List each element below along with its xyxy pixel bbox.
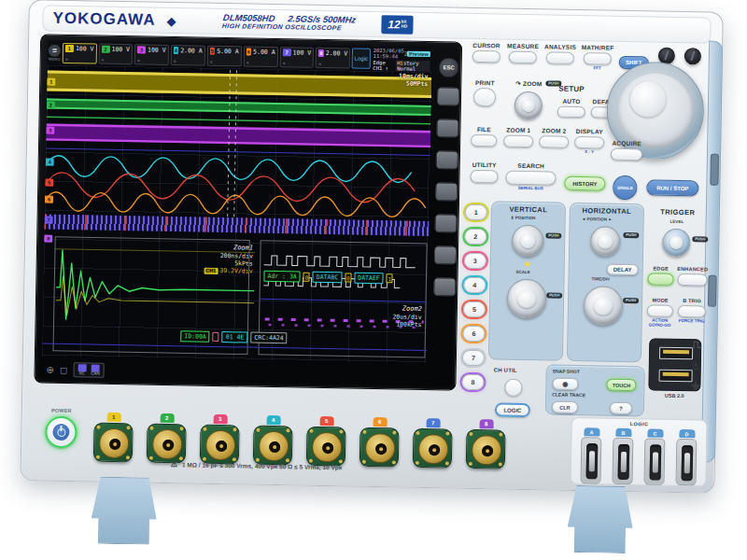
ch7-button[interactable]: 7 (462, 350, 485, 366)
history-button[interactable]: HISTORY (564, 176, 605, 191)
softkey-5[interactable] (434, 214, 457, 232)
auto-label: AUTO (557, 98, 586, 105)
channel-readout-7[interactable]: 7100 V≋ (279, 47, 314, 68)
ch6-value: 5.00 A (253, 49, 275, 56)
ch3-value: 100 V (148, 47, 166, 54)
file-button[interactable] (471, 134, 497, 147)
mode-button[interactable] (647, 304, 673, 317)
acquire-button[interactable] (611, 148, 642, 161)
clear-trace-button[interactable]: CLR (552, 401, 578, 414)
channel-readout-4[interactable]: 42.00 A≋ (170, 45, 204, 66)
mathref-button[interactable] (584, 52, 612, 65)
timediv-knob[interactable] (584, 286, 624, 326)
bus-can-chip: CAN (91, 364, 100, 376)
snapshot-section: SNAP SHOT ◉ TOUCH CLEAR TRACE CLR ? (545, 364, 645, 416)
action-sublabel: ACTION GO/NO-GO (646, 317, 674, 328)
bnc-input-ch6[interactable]: 6 (355, 417, 404, 468)
ch4-button[interactable]: 4 (463, 277, 486, 293)
print-button[interactable] (473, 88, 496, 106)
ch6-button[interactable]: 6 (462, 326, 485, 342)
softkey-4[interactable] (435, 182, 458, 201)
clear-trace-label: CLEAR TRACE (552, 392, 585, 399)
channel-readout-2[interactable]: 2100 V≋ (98, 44, 133, 65)
vertical-position-knob[interactable] (512, 225, 544, 258)
zoom2-button[interactable] (539, 135, 569, 148)
ch-util-button[interactable] (504, 379, 522, 397)
touch-screen[interactable]: ≡ MENU 1100 V≋ 2100 V≋ 3100 V≋ 42.00 A≋ … (42, 41, 432, 363)
pointer-tool-icon[interactable]: ⊕ (47, 364, 55, 374)
ch2-value: 100 V (111, 46, 130, 53)
softkey-2[interactable] (436, 119, 458, 137)
zoom1-button[interactable] (503, 135, 533, 148)
channel-readout-6[interactable]: 65.00 A≋ (243, 46, 277, 67)
stand-foot-right (564, 485, 636, 553)
small-knob-2[interactable] (684, 48, 701, 64)
horizontal-position-knob[interactable] (590, 226, 621, 257)
ch5-tag: 5 (210, 48, 216, 55)
single-button[interactable]: SINGLE (613, 175, 637, 200)
logic-port-c[interactable]: C (641, 428, 667, 484)
record-length: 50MPts (399, 80, 428, 88)
trigger-title: TRIGGER (648, 207, 708, 217)
touch-button[interactable]: TOUCH (606, 379, 636, 392)
v-position-label: ⇕ POSITION (511, 216, 536, 220)
channel-readout-3[interactable]: 3100 V≋ (134, 44, 169, 65)
softkey-1[interactable] (437, 87, 459, 105)
logic-port-b[interactable]: B (610, 428, 635, 484)
bnc-input-ch3[interactable]: 3 (195, 414, 245, 465)
channel-readout-8[interactable]: 82.00 V≋ (316, 48, 350, 69)
zoom-knob[interactable] (514, 91, 543, 120)
auto-button[interactable] (557, 106, 585, 119)
edge-button[interactable] (647, 273, 673, 286)
vertical-led (526, 262, 529, 266)
zoom1-readout: Zoom1 200ns/div 5kPts CH1 39.2V/div (154, 243, 254, 275)
vertical-scale-knob[interactable] (507, 279, 547, 319)
screen-menu-button[interactable]: ≡ MENU (49, 45, 61, 62)
snapshot-button[interactable]: ◉ (552, 378, 578, 391)
run-stop-button[interactable]: RUN / STOP (646, 179, 698, 196)
logic-port-a[interactable]: A (578, 427, 603, 483)
softkey-6[interactable] (434, 245, 457, 264)
zoom-tool-icon[interactable]: ◻ (60, 364, 68, 374)
bnc-input-ch8[interactable]: 8 (461, 419, 511, 469)
decode-row-2: ID:00A 01 4E CRC:4A24 (180, 330, 288, 343)
bnc-input-ch2[interactable]: 2 (142, 413, 191, 463)
logic-port-d[interactable]: D (673, 429, 698, 485)
ch2-button[interactable]: 2 (464, 229, 486, 245)
ch3-button[interactable]: 3 (464, 253, 486, 269)
btrig-button[interactable] (678, 305, 706, 318)
display-button[interactable] (574, 136, 604, 149)
timediv-label: TIME/DIV (591, 276, 610, 281)
edge-marker-ch8: 8 (44, 235, 52, 243)
softkey-3[interactable] (436, 150, 458, 169)
bnc-input-ch1[interactable]: 1 (89, 412, 138, 462)
utility-button[interactable] (470, 170, 498, 184)
power-button[interactable] (45, 416, 78, 449)
channel-readout-1[interactable]: 1100 V≋ (63, 43, 97, 64)
analysis-button[interactable] (546, 51, 574, 64)
cursor-button[interactable] (472, 50, 500, 63)
usb-port-1[interactable] (659, 347, 693, 360)
bnc-input-ch7[interactable]: 7 (408, 418, 458, 469)
bnc-input-ch5[interactable]: 5 (302, 416, 351, 467)
channel-readout-5[interactable]: 55.00 A≋ (206, 46, 241, 67)
trigger-type: Edge CH1 ↑ (373, 60, 395, 72)
ch5-button[interactable]: 5 (463, 301, 486, 317)
enhanced-button[interactable] (677, 273, 707, 287)
search-button[interactable] (505, 171, 556, 186)
measure-button[interactable] (509, 51, 537, 64)
logic-tab-c: C (647, 428, 663, 437)
zoom1-ch-scale: 39.2V/div (219, 267, 252, 275)
logic-readout-button[interactable]: Logic (352, 49, 371, 69)
esc-button[interactable]: ESC (438, 57, 458, 77)
trigger-level-knob[interactable] (662, 229, 691, 258)
ch4-value: 2.00 A (180, 47, 203, 54)
ch1-button[interactable]: 1 (465, 204, 487, 220)
softkey-7[interactable] (433, 277, 456, 296)
bnc-input-ch4[interactable]: 4 (248, 415, 298, 466)
comp-signal-icon (692, 341, 701, 350)
usb-port-2[interactable] (659, 370, 693, 383)
help-button[interactable]: ? (610, 402, 632, 414)
delay-button[interactable]: DELAY (607, 264, 639, 276)
ch8-button[interactable]: 8 (461, 374, 484, 390)
